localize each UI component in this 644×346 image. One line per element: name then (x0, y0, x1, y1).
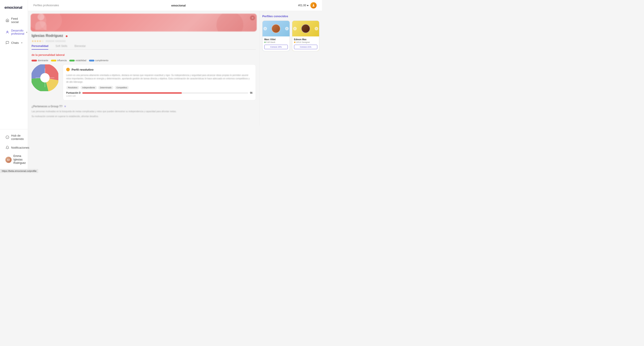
profile-card-indicator (66, 68, 70, 71)
avatar-marc (272, 24, 280, 33)
profile-card-title: Perfil resolutivo (72, 68, 94, 71)
app-logo: emocional (0, 3, 28, 14)
personality-section: de la personalidad laboral dominante inf… (28, 53, 260, 100)
legend-label-estabilidad: estabilidad (76, 59, 86, 62)
score-label: Puntuación D (66, 92, 80, 94)
legend-influencia: influencia (51, 59, 67, 62)
top-bar-right: #01.00 ● (298, 2, 317, 8)
legend-dominante: dominante (32, 59, 48, 62)
tag-independiente: Independiente (80, 86, 97, 89)
next-profile-btn-edmon[interactable]: › (314, 27, 318, 30)
tab-soft-skills[interactable]: Soft Skills (56, 44, 67, 49)
known-profile-edmon: ‹ › Edmon Mas UI/UX Designer Conoce 21% (292, 20, 320, 51)
hero-banner: ✕ (31, 14, 257, 31)
know-edmon-btn[interactable]: Conoce 21% (294, 45, 318, 49)
chevron-down-icon: ▾ (26, 31, 27, 33)
bottom-section: ¿Perteneces a Group T? ▼ Las personas mo… (28, 102, 260, 121)
score-sub: Lorem sub (66, 95, 252, 97)
profile-meta-text: XXXXXX XXXXXXX (46, 40, 66, 42)
sidebar-user[interactable]: EI Emma Iglesias Rodríguez (2, 152, 26, 167)
tag-determinado: Determinado (98, 86, 113, 89)
personality-profile-card: Perfil resolutivo Lorem es una persona a… (63, 64, 256, 100)
user-icon (5, 30, 10, 34)
known-profile-name-marc: Marc Viñet (264, 38, 288, 41)
profile-card-img-marc: ‹ › (262, 21, 290, 36)
pie-chart (32, 64, 58, 91)
score-bar-fill (82, 92, 182, 94)
avatar: EI (5, 157, 12, 163)
tag-resolutivo: Resolutivo (66, 86, 79, 89)
close-icon[interactable]: ✕ (250, 15, 255, 20)
svg-point-2 (313, 4, 314, 5)
profile-tags: Resolutivo Independiente Determinado Com… (66, 86, 252, 89)
legend-label-influencia: influencia (57, 59, 67, 62)
home-icon (5, 18, 10, 22)
sidebar-item-notificaciones[interactable]: Notificaciones (2, 143, 26, 152)
sidebar-bottom: Hub de contenido Notificaciones EI Emma … (0, 129, 28, 169)
right-panel: Perfiles conocidos ‹ › Marc Viñet (260, 11, 322, 125)
chevron-down-icon-2: ▾ (21, 41, 22, 44)
section-title: de la personalidad laboral (32, 53, 256, 56)
chat-icon (5, 41, 10, 45)
score-value: 56 (250, 92, 252, 94)
bottom-text-1: Las personas motivadas en la búsqueda de… (32, 110, 256, 113)
known-profile-role-edmon: UI/UX Designer (294, 41, 318, 43)
next-profile-btn-marc[interactable]: › (285, 27, 289, 30)
known-profile-info-marc: Marc Viñet Full-Stack Conoce 23% (262, 36, 290, 51)
tab-bienestar[interactable]: Bienestar (74, 44, 86, 49)
role-dot-marc (264, 41, 266, 43)
profile-name: Iglesias Rodríguez (32, 34, 63, 38)
prev-profile-btn-marc[interactable]: ‹ (264, 27, 267, 30)
top-bar-brand: emocional (171, 4, 186, 7)
bell-icon (5, 145, 10, 150)
status-dot (66, 35, 68, 37)
legend-dot-estabilidad (69, 60, 75, 61)
profile-card-desc: Lorem es una persona altamente orientada… (66, 73, 252, 84)
chart-card-row: Perfil resolutivo Lorem es una persona a… (32, 64, 256, 100)
profile-tabs: Personalidad Soft Skills Bienestar (32, 44, 256, 50)
top-bar: Perfiles profesionales emocional #01.00 … (28, 0, 322, 11)
sidebar: emocional Feed social Desarrollo profesi… (0, 0, 28, 173)
url-tooltip: https://beta.emocional.co/profile (0, 169, 38, 173)
sidebar-item-chats[interactable]: Chats ▾ (2, 38, 26, 47)
sidebar-item-label-notificaciones: Notificaciones (11, 146, 29, 149)
profile-card-header: Perfil resolutivo (66, 68, 252, 71)
sidebar-item-label-chats: Chats (11, 41, 19, 44)
user-name: Emma Iglesias Rodríguez (14, 154, 26, 165)
group-indicator: ▼ (64, 105, 66, 108)
sidebar-item-label-hub: Hub de contenido (11, 134, 24, 141)
sidebar-item-desarrollo[interactable]: Desarrollo profesional ▾ (2, 27, 26, 37)
known-profile-role-marc: Full-Stack (264, 41, 288, 43)
right-panel-title: Perfiles conocidos (262, 14, 319, 18)
tab-personalidad[interactable]: Personalidad (32, 44, 48, 49)
known-profiles: ‹ › Marc Viñet Full-Stack Conoce 23% (262, 20, 319, 51)
know-marc-btn[interactable]: Conoce 23% (264, 45, 288, 49)
sidebar-item-label-desarrollo: Desarrollo profesional (11, 29, 24, 35)
main-content: Perfiles profesionales emocional #01.00 … (28, 0, 322, 173)
top-bar-avatar (310, 2, 317, 8)
sidebar-item-feed-social[interactable]: Feed social (2, 15, 26, 26)
legend-dot-dominante (32, 60, 37, 61)
sidebar-item-hub[interactable]: Hub de contenido (2, 132, 26, 143)
breadcrumb: Perfiles profesionales (33, 4, 59, 7)
circle-question-icon (5, 135, 10, 139)
personality-legend: dominante influencia estabilidad cu (32, 59, 256, 62)
score-bar (82, 92, 248, 94)
tag-competitivo: Competitivo (115, 86, 129, 89)
svg-point-0 (7, 31, 8, 32)
bottom-text-2: Su motivación consiste en superar lo est… (32, 115, 256, 118)
credit-display: #01.00 ● (298, 4, 308, 7)
prev-profile-btn-edmon[interactable]: ‹ (293, 27, 297, 30)
bottom-section-title: ¿Perteneces a Group T? ▼ (32, 105, 256, 108)
star-rating: ★★★★☆ (32, 39, 44, 43)
profile-meta: ★★★★☆ XXXXXX XXXXXXX (32, 39, 256, 43)
known-profile-marc: ‹ › Marc Viñet Full-Stack Conoce 23% (262, 20, 290, 51)
role-dot-edmon (294, 41, 296, 43)
legend-cumplimiento: cumplimiento (89, 59, 108, 62)
known-profile-info-edmon: Edmon Mas UI/UX Designer Conoce 21% (292, 36, 319, 51)
legend-estabilidad: estabilidad (69, 59, 86, 62)
profile-card-img-edmon: ‹ › (292, 21, 319, 36)
section-title-text: de la personalidad laboral (32, 53, 64, 56)
content-area: Perfiles profesionales emocional #01.00 … (28, 0, 322, 173)
sidebar-item-label-feed: Feed social (11, 17, 22, 24)
